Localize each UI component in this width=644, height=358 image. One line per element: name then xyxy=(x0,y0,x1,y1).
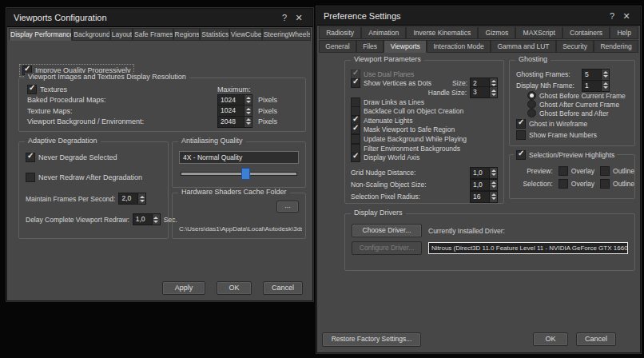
tab-inverse-kinematics[interactable]: Inverse Kinematics xyxy=(406,26,478,39)
maintain-fps-spinner[interactable]: 2,0 xyxy=(118,193,146,205)
checkbox-filter-environment-backgrounds[interactable]: Filter Environment Backgrounds xyxy=(351,144,460,153)
checkbox-selection-overlay[interactable]: Overlay xyxy=(559,179,594,189)
tab-animation[interactable]: Animation xyxy=(361,26,406,39)
ghosting-frames-spinner[interactable]: 5 xyxy=(582,69,610,81)
tab-viewcube[interactable]: ViewCube xyxy=(229,28,262,41)
viewports-config-titlebar[interactable]: Viewports Configuration ? ✕ xyxy=(7,9,312,27)
tab-statistics[interactable]: Statistics xyxy=(200,28,229,41)
apply-button[interactable]: Apply xyxy=(162,281,205,295)
tab-containers[interactable]: Containers xyxy=(563,26,610,39)
help-icon[interactable]: ? xyxy=(277,13,292,22)
non-scaling-object-size-spinner[interactable]: 1,0 xyxy=(470,179,498,191)
checkbox-icon xyxy=(351,78,360,88)
dialog-buttons: OK Cancel xyxy=(533,332,616,346)
checkbox-selection-outline[interactable]: Outline xyxy=(600,179,634,189)
tab-display-performance[interactable]: Display Performance xyxy=(9,28,72,41)
ok-button[interactable]: OK xyxy=(217,281,252,295)
tab-gamma-and-lut[interactable]: Gamma and LUT xyxy=(491,40,556,53)
checkbox-icon xyxy=(516,119,526,129)
tab-interaction-mode[interactable]: Interaction Mode xyxy=(427,40,491,53)
checkbox-ghost-in-wireframe[interactable]: Ghost in Wireframe xyxy=(516,119,630,129)
display-nth-frame-spinner[interactable]: 1 xyxy=(582,80,610,92)
checkbox-never-degrade-selected[interactable]: Never Degrade Selected xyxy=(26,153,161,162)
tab-layout[interactable]: Layout xyxy=(110,28,133,41)
handle-size-spinner[interactable]: 3 xyxy=(470,86,498,98)
tab-background[interactable]: Background xyxy=(72,28,109,41)
spinner-arrows-icon[interactable] xyxy=(489,87,497,97)
viewport-background-spinner[interactable]: 2048 xyxy=(217,116,252,128)
grid-nudge-distance-spinner[interactable]: 1,0 xyxy=(470,167,498,179)
checkbox-icon xyxy=(559,166,568,176)
help-icon[interactable]: ? xyxy=(605,11,619,21)
checkbox-never-redraw-after-degradation[interactable]: Never Redraw After Degradation xyxy=(26,173,161,182)
tab-files[interactable]: Files xyxy=(356,40,384,53)
tab-general[interactable]: General xyxy=(319,40,356,53)
tab-regions[interactable]: Regions xyxy=(173,28,201,41)
spinner-arrows-icon[interactable] xyxy=(152,214,160,225)
group-antialiasing-quality: Antialiasing Quality 4X - Normal Quality xyxy=(172,141,306,188)
spinner-arrows-icon[interactable] xyxy=(601,70,609,80)
spinner-arrows-icon[interactable] xyxy=(244,105,252,116)
group-title: Antialiasing Quality xyxy=(178,137,246,145)
delay-redraw-spinner[interactable]: 1,0 xyxy=(133,213,161,225)
checkbox-preview-overlay[interactable]: Overlay xyxy=(559,166,594,176)
tab-help[interactable]: Help xyxy=(610,26,638,39)
checkbox-backface-cull-on-object-creation[interactable]: Backface Cull on Object Creation xyxy=(351,106,463,116)
spinner-arrows-icon[interactable] xyxy=(137,193,145,204)
tab-maxscript[interactable]: MAXScript xyxy=(515,26,562,39)
dialog-buttons: Apply OK Cancel xyxy=(162,281,303,295)
viewports-configuration-dialog: Viewports Configuration ? ✕ Display Perf… xyxy=(6,8,313,301)
cancel-button[interactable]: Cancel xyxy=(263,281,303,295)
tab-security[interactable]: Security xyxy=(556,40,594,53)
tab-viewports[interactable]: Viewports xyxy=(384,40,427,53)
checkbox-selection-preview-highlights[interactable]: Selection/Preview Highlights xyxy=(514,150,617,160)
spinner-arrows-icon[interactable] xyxy=(601,81,609,91)
tab-safe-frames[interactable]: Safe Frames xyxy=(133,28,173,41)
spinner-arrows-icon[interactable] xyxy=(244,95,252,105)
close-icon[interactable]: ✕ xyxy=(619,11,634,22)
checkbox-textures[interactable]: Textures xyxy=(27,85,217,94)
browse-cache-folder-button[interactable]: ... xyxy=(276,201,299,213)
radio-ghost-before-and-after[interactable]: Ghost Before and After xyxy=(527,109,630,117)
group-ghosting: Ghosting Ghosting Frames: 5 Display Nth … xyxy=(509,60,635,146)
preference-settings-titlebar[interactable]: Preference Settings ? ✕ xyxy=(317,7,640,26)
tab-rendering[interactable]: Rendering xyxy=(594,40,638,53)
checkbox-icon xyxy=(516,150,526,160)
checkbox-update-background-while-playing[interactable]: Update Background While Playing xyxy=(351,134,467,144)
checkbox-preview-outline[interactable]: Outline xyxy=(600,166,634,176)
slider-track xyxy=(181,172,297,176)
tab-radiosity[interactable]: Radiosity xyxy=(319,26,361,39)
antialiasing-quality-combo[interactable]: 4X - Normal Quality xyxy=(179,151,299,164)
slider-handle[interactable] xyxy=(241,168,250,180)
tab-gizmos[interactable]: Gizmos xyxy=(478,26,515,39)
radio-ghost-after-current-frame[interactable]: Ghost After Current Frame xyxy=(527,100,630,109)
choose-driver-button[interactable]: Choose Driver... xyxy=(352,224,422,237)
selection-pixel-radius-spinner[interactable]: 16 xyxy=(470,191,498,203)
cancel-button[interactable]: Cancel xyxy=(576,332,616,346)
radio-ghost-before-current-frame[interactable]: Ghost Before Current Frame xyxy=(527,91,630,100)
close-icon[interactable]: ✕ xyxy=(292,13,306,23)
spinner-arrows-icon[interactable] xyxy=(489,168,497,178)
resolution-header-row: Textures Maximum: xyxy=(27,84,300,95)
installed-driver-field[interactable]: Nitrous (Direct3D 11.0 Feature Level 11 … xyxy=(428,242,628,254)
checkbox-mask-viewport-to-safe-region[interactable]: Mask Viewport to Safe Region xyxy=(351,125,455,134)
checkbox-icon xyxy=(351,134,360,144)
vertex-size-label: Size: xyxy=(452,79,467,87)
restore-factory-settings-button[interactable]: Restore Factory Settings... xyxy=(322,332,421,347)
antialiasing-quality-slider[interactable] xyxy=(181,168,297,179)
group-selection-preview-highlights: Selection/Preview Highlights Preview: Ov… xyxy=(509,154,635,199)
checkbox-show-vertices-as-dots[interactable]: Show Vertices as Dots xyxy=(351,78,431,88)
spinner-arrows-icon[interactable] xyxy=(489,180,497,190)
spinner-arrows-icon[interactable] xyxy=(244,117,252,127)
checkbox-display-world-axis[interactable]: Display World Axis xyxy=(351,153,419,162)
configure-driver-button: Configure Driver... xyxy=(352,241,422,255)
checkbox-show-frame-numbers[interactable]: Show Frame Numbers xyxy=(516,130,630,140)
checkbox-attenuate-lights[interactable]: Attenuate Lights xyxy=(351,116,412,125)
group-viewport-parameters: Viewport Parameters Use Dual Planes Show… xyxy=(344,60,504,204)
tab-steeringwheels[interactable]: SteeringWheels xyxy=(262,28,311,41)
spinner-arrows-icon[interactable] xyxy=(489,192,497,202)
ok-button[interactable]: OK xyxy=(533,332,568,346)
group-title: Viewport Parameters xyxy=(351,55,424,63)
checkbox-draw-links-as-lines[interactable]: Draw Links as Lines xyxy=(351,97,424,107)
window-title: Preference Settings xyxy=(324,11,605,21)
